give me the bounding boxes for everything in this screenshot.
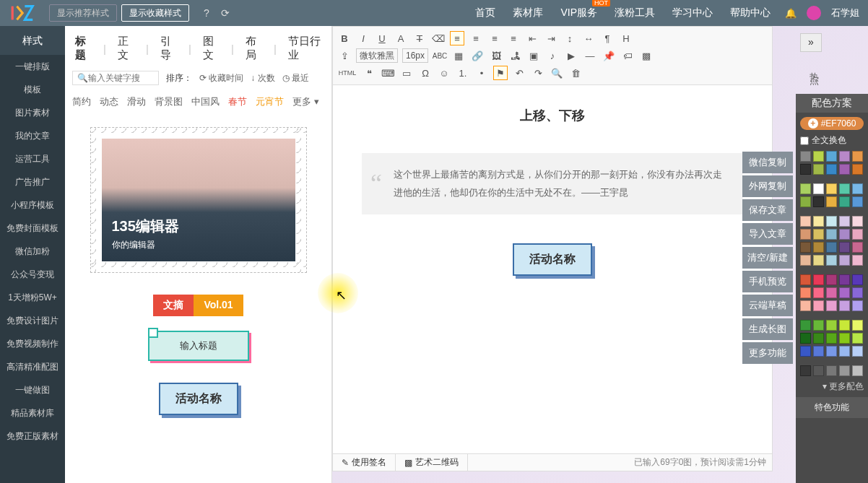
swatch-2-3[interactable]: [839, 183, 850, 194]
swatch-6-0[interactable]: [800, 242, 811, 253]
full-swap-check[interactable]: 全文换色: [800, 134, 864, 147]
swatch-11-4[interactable]: [852, 320, 863, 331]
nav-2[interactable]: VIP服务HOT: [560, 6, 597, 19]
abc-icon[interactable]: ABC: [433, 48, 447, 63]
swatch-9-2[interactable]: [826, 287, 837, 298]
italic-icon[interactable]: I: [356, 31, 370, 45]
tab-2[interactable]: 引导: [157, 35, 180, 62]
rail-15[interactable]: 一键做图: [0, 378, 65, 401]
swatch-14-0[interactable]: [800, 365, 811, 376]
swatch-14-1[interactable]: [813, 365, 824, 376]
filter-0[interactable]: 简约: [72, 95, 91, 108]
rail-9[interactable]: 微信加粉: [0, 240, 65, 263]
swatch-6-2[interactable]: [826, 242, 837, 253]
upload-icon[interactable]: ⇪: [337, 48, 352, 63]
rail-10[interactable]: 公众号变现: [0, 263, 65, 286]
action-1[interactable]: 外网复制: [742, 175, 793, 197]
ol-icon[interactable]: 1.: [456, 66, 470, 80]
audio-icon[interactable]: ♪: [545, 48, 560, 63]
rail-0[interactable]: 样式: [0, 26, 65, 55]
tab-4[interactable]: 布局: [243, 35, 265, 62]
swatch-0-0[interactable]: [800, 151, 811, 162]
swatch-10-1[interactable]: [813, 300, 824, 311]
swatch-5-4[interactable]: [852, 229, 863, 240]
trash-icon[interactable]: 🗑: [568, 66, 583, 80]
bold-icon[interactable]: B: [337, 31, 352, 45]
search-box[interactable]: 🔍: [72, 71, 159, 85]
rail-11[interactable]: 1天增粉5W+: [0, 286, 65, 309]
swatch-7-3[interactable]: [839, 255, 850, 266]
filter-3[interactable]: 背景图: [155, 95, 183, 108]
mode-recommend[interactable]: 显示推荐样式: [49, 4, 117, 22]
swatch-7-4[interactable]: [852, 255, 863, 266]
rail-14[interactable]: 高清精准配图: [0, 355, 65, 378]
action-5[interactable]: 手机预览: [742, 271, 793, 292]
rail-5[interactable]: 运营工具: [0, 147, 65, 170]
full-swap-checkbox[interactable]: [800, 136, 809, 145]
redo-icon[interactable]: ↷: [531, 66, 545, 80]
indent-dec-icon[interactable]: ⇤: [525, 31, 539, 45]
swatch-11-0[interactable]: [800, 320, 811, 331]
sidetab-hotspot[interactable]: 热点: [804, 61, 822, 75]
clear-format-icon[interactable]: ⌫: [431, 31, 446, 45]
swatch-13-0[interactable]: [800, 346, 811, 357]
swatch-9-1[interactable]: [813, 287, 824, 298]
tab-5[interactable]: 节日行业: [285, 35, 324, 62]
art-qrcode[interactable]: ▩艺术二维码: [396, 454, 468, 471]
find-icon[interactable]: 🔍: [550, 66, 564, 80]
feature-button[interactable]: 特色功能: [796, 397, 868, 418]
action-3[interactable]: 导入文章: [742, 223, 793, 245]
sort-recent[interactable]: ◷ 最近: [282, 72, 309, 84]
swatch-7-1[interactable]: [813, 255, 824, 266]
mode-favorite[interactable]: 显示收藏样式: [121, 4, 189, 22]
swatch-13-1[interactable]: [813, 346, 824, 357]
rail-1[interactable]: 一键排版: [0, 55, 65, 78]
heading-icon[interactable]: H: [619, 31, 633, 45]
swatch-7-0[interactable]: [800, 255, 811, 266]
swatch-10-2[interactable]: [826, 300, 837, 311]
swatch-0-4[interactable]: [852, 151, 863, 162]
swatch-0-2[interactable]: [826, 151, 837, 162]
action-0[interactable]: 微信复制: [742, 152, 793, 173]
swatch-9-3[interactable]: [839, 287, 850, 298]
qr-icon[interactable]: ▩: [639, 48, 654, 63]
indent-inc-icon[interactable]: ⇥: [544, 31, 558, 45]
canvas-heading[interactable]: 上移、下移: [362, 107, 743, 124]
emoji-icon[interactable]: ☺: [437, 66, 451, 80]
swatch-13-2[interactable]: [826, 346, 837, 357]
table-icon[interactable]: ▦: [451, 48, 466, 63]
nav-1[interactable]: 素材库: [513, 6, 543, 19]
swatch-13-3[interactable]: [839, 346, 850, 357]
swatch-3-3[interactable]: [839, 196, 850, 207]
action-2[interactable]: 保存文章: [742, 199, 793, 221]
swatch-2-2[interactable]: [826, 183, 837, 194]
filter-4[interactable]: 中国风: [191, 95, 220, 108]
hr-icon[interactable]: —: [583, 48, 597, 63]
size-select[interactable]: 16px: [402, 48, 428, 63]
action-4[interactable]: 清空/新建: [742, 247, 793, 269]
tab-1[interactable]: 正文: [115, 35, 137, 62]
format-icon[interactable]: ¶: [600, 31, 615, 45]
swatch-8-3[interactable]: [839, 274, 850, 285]
swatch-12-3[interactable]: [839, 333, 850, 344]
action-8[interactable]: 更多功能: [742, 342, 793, 364]
template-title[interactable]: 输入标题: [148, 331, 249, 361]
more-colors[interactable]: ▾ 更多配色: [800, 380, 864, 393]
canvas-activity[interactable]: 活动名称: [513, 243, 592, 276]
font-color-icon[interactable]: A: [394, 31, 408, 45]
swatch-0-1[interactable]: [813, 151, 824, 162]
swatch-2-1[interactable]: [813, 183, 824, 194]
swatch-2-4[interactable]: [852, 183, 863, 194]
swatch-3-2[interactable]: [826, 196, 837, 207]
image-icon[interactable]: 🖼: [489, 48, 503, 63]
align-right-icon[interactable]: ≡: [487, 31, 502, 45]
swatch-6-4[interactable]: [852, 242, 863, 253]
refresh-icon[interactable]: ⟳: [221, 7, 230, 19]
rail-12[interactable]: 免费设计图片: [0, 309, 65, 332]
swatch-3-1[interactable]: [813, 196, 824, 207]
filter-2[interactable]: 滑动: [127, 95, 146, 108]
swatch-4-3[interactable]: [839, 216, 850, 227]
template-postage[interactable]: 135编辑器 你的编辑器: [90, 127, 307, 273]
swatch-9-4[interactable]: [852, 287, 863, 298]
swatch-14-2[interactable]: [826, 365, 837, 376]
